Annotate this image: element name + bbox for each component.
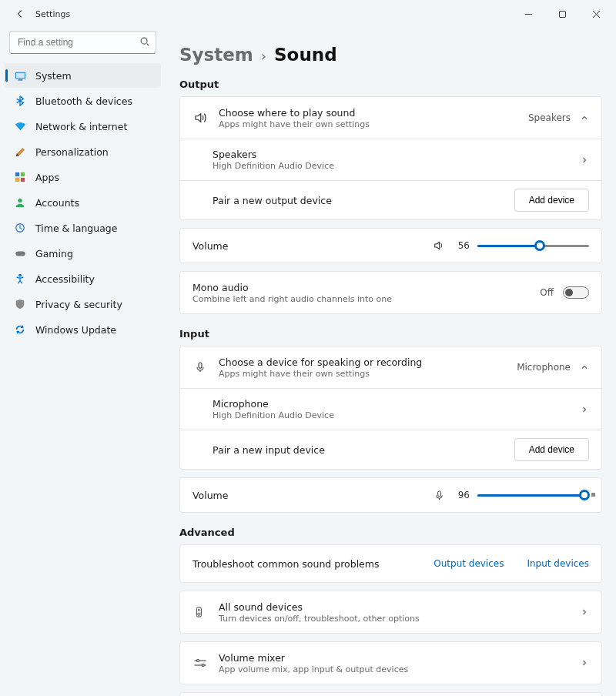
- volume-value: 96: [453, 490, 470, 500]
- nav-list: System Bluetooth & devices Network & int…: [5, 63, 161, 342]
- section-title-output: Output: [179, 79, 602, 90]
- chevron-right-icon: [580, 658, 589, 668]
- row-title: Choose a device for speaking or recordin…: [219, 356, 506, 368]
- nav-label: Bluetooth & devices: [35, 95, 132, 107]
- troubleshoot-output-link[interactable]: Output devices: [434, 558, 504, 569]
- back-button[interactable]: [11, 5, 29, 23]
- section-title-input: Input: [179, 328, 602, 340]
- svg-point-1: [141, 38, 147, 44]
- nav-item-privacy[interactable]: Privacy & security: [5, 292, 161, 316]
- mono-audio-row[interactable]: Mono audio Combine left and right audio …: [180, 272, 601, 313]
- accounts-icon: [14, 196, 26, 209]
- update-icon: [14, 323, 26, 336]
- svg-point-9: [18, 199, 22, 202]
- input-choose-row[interactable]: Choose a device for speaking or recordin…: [180, 346, 601, 388]
- nav-item-apps[interactable]: Apps: [5, 165, 161, 189]
- privacy-icon: [14, 298, 26, 310]
- accessibility-icon: [14, 273, 26, 285]
- row-subtitle: Turn devices on/off, troubleshoot, other…: [219, 614, 569, 624]
- nav-item-gaming[interactable]: Gaming: [5, 241, 161, 266]
- svg-point-16: [198, 613, 200, 615]
- system-icon: [14, 69, 26, 82]
- chevron-up-icon: [580, 113, 589, 122]
- all-sound-devices-card[interactable]: All sound devices Turn devices on/off, t…: [179, 591, 602, 634]
- search-input[interactable]: [9, 31, 156, 54]
- search-box[interactable]: [9, 31, 156, 54]
- time-icon: [14, 222, 26, 234]
- svg-rect-0: [559, 11, 565, 17]
- svg-rect-7: [15, 178, 19, 182]
- output-volume-card: Volume 56: [179, 228, 602, 263]
- nav-item-network[interactable]: Network & internet: [5, 114, 161, 139]
- output-device-card: Choose where to play sound Apps might ha…: [179, 96, 602, 220]
- row-title: Pair a new output device: [213, 195, 504, 206]
- svg-rect-13: [199, 363, 202, 368]
- input-pair-row: Pair a new input device Add device: [180, 430, 601, 469]
- speaker-icon[interactable]: [433, 239, 445, 252]
- nav-label: Personalization: [35, 146, 109, 158]
- nav-item-accounts[interactable]: Accounts: [5, 190, 161, 215]
- breadcrumb-parent[interactable]: System: [179, 45, 253, 65]
- svg-point-19: [202, 664, 204, 667]
- app-title: Settings: [35, 9, 70, 19]
- svg-point-17: [198, 609, 199, 611]
- troubleshoot-input-link[interactable]: Input devices: [527, 558, 589, 569]
- nav-item-accessibility[interactable]: Accessibility: [5, 266, 161, 291]
- svg-rect-11: [15, 251, 25, 256]
- svg-rect-6: [21, 172, 25, 176]
- nav-label: Time & language: [35, 223, 117, 234]
- input-selected-value: Microphone: [517, 362, 571, 373]
- input-device-microphone[interactable]: Microphone High Definition Audio Device: [180, 388, 601, 430]
- row-title: Mono audio: [192, 282, 529, 293]
- add-input-device-button[interactable]: Add device: [514, 438, 589, 461]
- row-subtitle: High Definition Audio Device: [213, 410, 569, 420]
- maximize-button[interactable]: [545, 2, 579, 26]
- add-output-device-button[interactable]: Add device: [514, 189, 589, 212]
- more-sound-settings-card[interactable]: More sound settings: [179, 692, 602, 696]
- row-title: Volume mixer: [219, 652, 569, 664]
- row-title: Microphone: [213, 398, 569, 410]
- volume-mixer-card[interactable]: Volume mixer App volume mix, app input &…: [179, 641, 602, 684]
- nav-label: Apps: [35, 172, 59, 183]
- svg-rect-3: [15, 72, 24, 78]
- mono-audio-toggle[interactable]: [563, 286, 589, 299]
- toggle-state: Off: [540, 287, 554, 298]
- row-title: Volume: [192, 490, 423, 501]
- output-device-speakers[interactable]: Speakers High Definition Audio Device: [180, 139, 601, 180]
- personalization-icon: [14, 146, 26, 158]
- breadcrumb: System › Sound: [179, 45, 602, 65]
- svg-rect-5: [15, 172, 19, 176]
- bluetooth-icon: [14, 95, 26, 107]
- input-volume-card: Volume 96: [179, 477, 602, 513]
- nav-label: Gaming: [35, 248, 73, 259]
- nav-item-time[interactable]: Time & language: [5, 216, 161, 240]
- input-volume-slider[interactable]: [477, 488, 589, 502]
- output-choose-row[interactable]: Choose where to play sound Apps might ha…: [180, 97, 601, 139]
- devices-icon: [192, 606, 208, 618]
- troubleshoot-row: Troubleshoot common sound problems Outpu…: [180, 545, 601, 582]
- nav-item-personalization[interactable]: Personalization: [5, 139, 161, 164]
- nav-label: Network & internet: [35, 121, 127, 132]
- row-subtitle: Combine left and right audio channels in…: [192, 294, 529, 304]
- minimize-button[interactable]: [511, 2, 545, 26]
- close-button[interactable]: [579, 2, 613, 26]
- titlebar: Settings: [0, 0, 616, 28]
- output-pair-row: Pair a new output device Add device: [180, 180, 601, 219]
- volume-value: 56: [453, 240, 470, 251]
- row-title: Choose where to play sound: [219, 107, 517, 119]
- search-icon: [139, 36, 150, 47]
- troubleshoot-card: Troubleshoot common sound problems Outpu…: [179, 544, 602, 583]
- nav-item-update[interactable]: Windows Update: [5, 317, 161, 342]
- nav-label: Windows Update: [35, 324, 116, 336]
- chevron-right-icon: [580, 156, 589, 165]
- microphone-icon[interactable]: [434, 490, 445, 501]
- nav-item-bluetooth[interactable]: Bluetooth & devices: [5, 89, 161, 113]
- nav-item-system[interactable]: System: [5, 63, 161, 88]
- svg-rect-8: [21, 178, 25, 182]
- row-title: Pair a new input device: [213, 444, 504, 456]
- nav-label: Accounts: [35, 197, 79, 209]
- nav-label: System: [35, 70, 72, 82]
- row-subtitle: Apps might have their own settings: [219, 369, 506, 379]
- section-title-advanced: Advanced: [179, 527, 602, 538]
- output-volume-slider[interactable]: [477, 239, 589, 253]
